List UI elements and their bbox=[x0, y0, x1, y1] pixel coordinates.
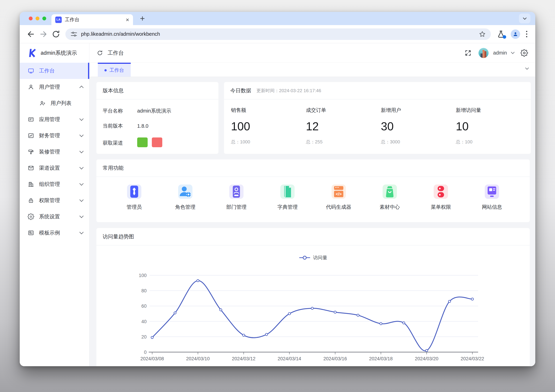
stat-label: 成交订单 bbox=[306, 107, 381, 114]
function-item[interactable]: 管理员 bbox=[109, 184, 160, 211]
function-label: 代码生成器 bbox=[326, 204, 351, 211]
gear-icon bbox=[28, 213, 34, 220]
user-icon bbox=[28, 84, 34, 90]
card-title: 常用功能 bbox=[96, 160, 530, 177]
chevron-icon bbox=[79, 133, 83, 137]
new-tab-button[interactable]: + bbox=[140, 15, 145, 22]
desktop-background: LA 工作台 × + php.like bbox=[0, 0, 555, 392]
back-icon[interactable] bbox=[26, 30, 35, 39]
browser-profile-avatar[interactable] bbox=[511, 29, 520, 39]
sidebar-item[interactable]: 应用管理 bbox=[20, 111, 89, 128]
sidebar-item[interactable]: 权限管理 bbox=[20, 192, 89, 209]
sidebar-item[interactable]: 系统设置 bbox=[20, 209, 89, 225]
sidebar-item[interactable]: 装修管理 bbox=[20, 144, 89, 160]
function-item[interactable]: 菜单权限 bbox=[415, 184, 467, 211]
sidebar-item[interactable]: 用户管理 bbox=[20, 79, 89, 95]
channel-button[interactable] bbox=[152, 138, 162, 147]
chevron-down-icon[interactable] bbox=[525, 66, 529, 70]
org-icon bbox=[28, 181, 34, 188]
channel-icon bbox=[28, 165, 34, 171]
browser-menu-icon[interactable] bbox=[526, 31, 527, 37]
refresh-icon[interactable] bbox=[97, 50, 103, 56]
tab-close-icon[interactable]: × bbox=[126, 17, 129, 23]
sidebar-item[interactable]: 财务管理 bbox=[20, 128, 89, 144]
svg-text:100: 100 bbox=[139, 273, 146, 278]
user-list-icon bbox=[39, 100, 46, 106]
app-icon bbox=[28, 116, 34, 123]
svg-text:2024/03/14: 2024/03/14 bbox=[278, 356, 301, 361]
platform-name-label: 平台名称 bbox=[103, 108, 137, 115]
site-settings-icon[interactable] bbox=[70, 30, 78, 38]
browser-tab[interactable]: LA 工作台 × bbox=[51, 14, 133, 25]
reload-icon[interactable] bbox=[51, 30, 60, 39]
common-functions-card: 常用功能 管理员 角色管理 bbox=[96, 160, 530, 222]
bookmark-star-icon[interactable] bbox=[479, 30, 486, 38]
close-window-button[interactable] bbox=[29, 16, 33, 20]
current-version-value: 1.8.0 bbox=[137, 123, 148, 129]
sidebar-item[interactable]: 用户列表 bbox=[20, 95, 89, 111]
finance-icon bbox=[28, 132, 34, 139]
user-avatar[interactable] bbox=[478, 48, 489, 58]
sidebar-item[interactable]: 工作台 bbox=[20, 63, 89, 79]
chevron-down-icon[interactable] bbox=[511, 50, 515, 54]
svg-text:80: 80 bbox=[141, 288, 146, 293]
stat-label: 销售额 bbox=[231, 107, 306, 114]
notification-dot bbox=[503, 35, 506, 39]
stat-total: 总：3000 bbox=[381, 139, 456, 145]
tab-search-button[interactable] bbox=[519, 14, 530, 23]
function-item[interactable]: 网站信息 bbox=[467, 184, 518, 211]
experiments-flask-icon[interactable] bbox=[497, 30, 505, 38]
minimize-window-button[interactable] bbox=[36, 16, 39, 20]
channel-button[interactable] bbox=[137, 138, 148, 147]
app-logo-row[interactable]: admin系统演示 bbox=[20, 43, 89, 63]
updated-time: 2024-03-22 16:17:46 bbox=[279, 88, 321, 93]
svg-text:20: 20 bbox=[141, 334, 146, 340]
stat-label: 新增访问量 bbox=[456, 107, 531, 114]
admin-tie-icon bbox=[127, 184, 141, 199]
decorate-icon bbox=[28, 149, 34, 155]
visits-trend-card: 访问量趋势图 访问量 0204060801002024/03/082024/03… bbox=[96, 228, 530, 366]
chevron-icon bbox=[79, 116, 83, 121]
function-label: 字典管理 bbox=[277, 204, 298, 211]
channel-buttons bbox=[137, 138, 167, 148]
platform-name-value: admin系统演示 bbox=[137, 108, 171, 115]
sidebar-item[interactable]: 模板示例 bbox=[20, 225, 89, 241]
svg-text:0: 0 bbox=[144, 350, 146, 355]
department-card-icon bbox=[229, 184, 243, 199]
template-icon bbox=[28, 230, 34, 236]
updated-label: 更新时间： bbox=[256, 88, 279, 93]
url-text[interactable]: php.likeadmin.cn/admin/workbench bbox=[81, 31, 475, 37]
svg-text:2024/03/22: 2024/03/22 bbox=[460, 356, 484, 361]
sidebar-menu: 工作台 用户管理 用户列表 应用管理 bbox=[20, 63, 89, 366]
menu-permission-icon bbox=[434, 184, 448, 199]
code-generator-icon: </> bbox=[332, 184, 346, 199]
function-item[interactable]: </> 代码生成器 bbox=[313, 184, 364, 211]
svg-text:2024/03/12: 2024/03/12 bbox=[232, 356, 255, 361]
settings-gear-icon[interactable] bbox=[521, 49, 528, 57]
maximize-window-button[interactable] bbox=[42, 16, 46, 20]
function-item[interactable]: 素材中心 bbox=[364, 184, 415, 211]
forward-icon[interactable] bbox=[39, 30, 48, 39]
svg-text:2024/03/16: 2024/03/16 bbox=[323, 356, 347, 361]
function-item[interactable]: 字典管理 bbox=[262, 184, 313, 211]
chevron-icon bbox=[79, 165, 83, 169]
url-bar[interactable]: php.likeadmin.cn/admin/workbench bbox=[65, 29, 491, 40]
sidebar-item[interactable]: 渠道设置 bbox=[20, 160, 89, 176]
function-label: 素材中心 bbox=[380, 204, 400, 211]
fullscreen-icon[interactable] bbox=[465, 50, 472, 57]
function-label: 部门管理 bbox=[226, 204, 247, 211]
monitor-icon bbox=[28, 68, 34, 74]
sidebar-item[interactable]: 组织管理 bbox=[20, 176, 89, 192]
function-item[interactable]: 角色管理 bbox=[160, 184, 211, 211]
function-label: 菜单权限 bbox=[431, 204, 451, 211]
username-label[interactable]: admin bbox=[493, 50, 507, 56]
channel-label: 获取渠道 bbox=[103, 139, 137, 146]
dictionary-book-icon bbox=[280, 184, 295, 199]
page-tab-workbench[interactable]: 工作台 bbox=[98, 63, 131, 77]
stat-block: 新增用户 30 总：3000 bbox=[381, 107, 456, 145]
window-controls bbox=[20, 16, 51, 20]
function-item[interactable]: 部门管理 bbox=[211, 184, 262, 211]
stat-value: 100 bbox=[231, 120, 306, 133]
stat-total: 总：255 bbox=[306, 139, 381, 145]
stat-total: 总：100 bbox=[456, 139, 531, 145]
